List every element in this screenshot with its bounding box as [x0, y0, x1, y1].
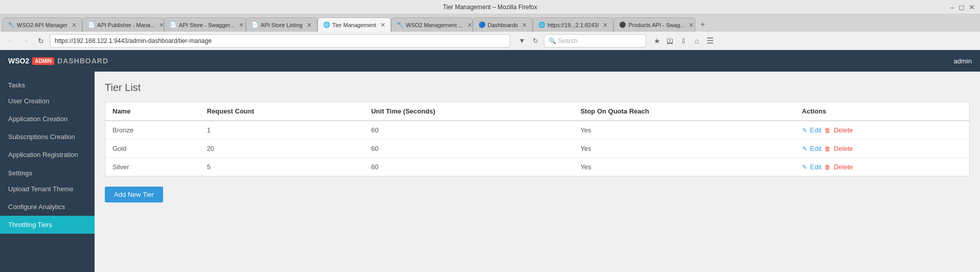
- sidebar-label-throttling-tiers: Throttling Tiers: [8, 221, 52, 229]
- tab-tiermgmt[interactable]: 🌐Tier Management✕: [317, 17, 391, 32]
- main-area: Tasks User Creation Application Creation…: [0, 72, 980, 272]
- sidebar-item-throttling-tiers[interactable]: Throttling Tiers: [0, 216, 95, 234]
- sidebar-item-application-creation[interactable]: Application Creation: [0, 110, 95, 128]
- sidebar-item-configure-analytics[interactable]: Configure Analytics: [0, 198, 95, 216]
- back-button[interactable]: ←: [4, 35, 16, 47]
- tab-close-tab-tiermgmt[interactable]: ✕: [380, 21, 385, 29]
- tab-close-tab-publisher[interactable]: ✕: [159, 21, 164, 29]
- table-row: Bronze 1 60 Yes ✎ Edit 🗑 Delete: [105, 121, 969, 140]
- cell-stop-on-quota-2: Yes: [573, 158, 794, 176]
- tab-https[interactable]: 🌐https://19...2.1:8243/✕: [533, 17, 613, 32]
- cell-name-1: Gold: [105, 140, 200, 158]
- tab-label-tab-https: https://19...2.1:8243/: [548, 22, 599, 28]
- tab-close-tab-storelisting[interactable]: ✕: [307, 21, 312, 29]
- download-icon[interactable]: ⇩: [678, 35, 689, 47]
- settings-section-label: Settings: [0, 164, 95, 180]
- tab-icon-tab-dashboards: 🔵: [478, 21, 486, 28]
- edit-link-1[interactable]: Edit: [810, 145, 822, 152]
- tab-close-tab-productsapi[interactable]: ✕: [689, 21, 694, 29]
- col-header-actions: Actions: [795, 102, 969, 121]
- restore-icon[interactable]: ◻: [959, 3, 965, 11]
- col-header-stop-on-quota: Stop On Quota Reach: [573, 102, 794, 121]
- tab-close-tab-wso2mgmt[interactable]: ✕: [467, 21, 472, 29]
- sidebar-label-user-creation: User Creation: [8, 97, 49, 105]
- tab-productsapi[interactable]: ⚫Products API - Swag...✕: [613, 17, 695, 32]
- tab-icon-tab-swagger1: 📄: [170, 21, 177, 28]
- forward-button[interactable]: →: [19, 35, 32, 47]
- search-placeholder: Search: [558, 37, 577, 44]
- sidebar: Tasks User Creation Application Creation…: [0, 72, 95, 272]
- tab-close-tab-wso2api[interactable]: ✕: [72, 21, 77, 29]
- cell-actions-0: ✎ Edit 🗑 Delete: [795, 121, 969, 140]
- home-icon[interactable]: ⌂: [691, 35, 702, 47]
- browser-toolbar-icons: ★ 🕮 ⇩ ⌂ ☰: [651, 35, 716, 47]
- tab-label-tab-dashboards: Dashboards: [488, 22, 518, 28]
- sidebar-label-configure-analytics: Configure Analytics: [8, 203, 65, 211]
- delete-link-0[interactable]: Delete: [834, 126, 853, 134]
- tab-wso2api[interactable]: 🔧WSO2 API Manager✕: [2, 17, 82, 32]
- tab-storelisting[interactable]: 📄API Store Listing✕: [246, 17, 317, 32]
- app-wrapper: WSO2 ADMIN DASHBOARD admin Tasks User Cr…: [0, 50, 980, 272]
- sidebar-label-application-registration: Application Registration: [8, 151, 78, 158]
- tab-icon-tab-storelisting: 📄: [252, 21, 259, 28]
- cell-unit-time-0: 60: [364, 121, 573, 140]
- top-bar: WSO2 ADMIN DASHBOARD admin: [0, 50, 980, 72]
- reload-button[interactable]: ↻: [35, 35, 47, 47]
- cell-request-count-2: 5: [200, 158, 364, 176]
- delete-link-1[interactable]: Delete: [834, 145, 853, 152]
- address-bar: ← → ↻ https://192.168.122.1:9443/admin-d…: [0, 32, 980, 50]
- sidebar-label-subscriptions-creation: Subscriptions Creation: [8, 133, 75, 141]
- tab-publisher[interactable]: 📄API Publisher - Mana...✕: [82, 17, 164, 32]
- browser-search-bar[interactable]: 🔍 Search: [544, 34, 646, 48]
- sidebar-item-application-registration[interactable]: Application Registration: [0, 146, 95, 164]
- sidebar-item-subscriptions-creation[interactable]: Subscriptions Creation: [0, 128, 95, 146]
- tab-dashboards[interactable]: 🔵Dashboards✕: [473, 17, 533, 32]
- tab-close-tab-dashboards[interactable]: ✕: [522, 21, 527, 29]
- close-window-icon[interactable]: ✕: [969, 3, 975, 11]
- new-tab-button[interactable]: +: [695, 17, 710, 32]
- tab-close-tab-swagger1[interactable]: ✕: [239, 21, 244, 29]
- add-new-tier-button[interactable]: Add New Tier: [105, 187, 163, 202]
- tab-label-tab-tiermgmt: Tier Management: [332, 22, 376, 28]
- sidebar-label-upload-tenant-theme: Upload Tenant Theme: [8, 185, 73, 193]
- tab-swagger1[interactable]: 📄API Store - Swagger...✕: [164, 17, 246, 32]
- tier-table: Name Request Count Unit Time (Seconds) S…: [105, 102, 969, 176]
- bookmarks-icon[interactable]: 🕮: [665, 35, 676, 47]
- tab-label-tab-storelisting: API Store Listing: [261, 22, 303, 28]
- url-refresh-icon[interactable]: ↻: [530, 35, 541, 47]
- logo-badge: ADMIN: [32, 57, 54, 65]
- content-area: Tier List Name Request Count Unit Time (…: [95, 72, 980, 272]
- delete-link-2[interactable]: Delete: [834, 163, 853, 171]
- menu-icon[interactable]: ☰: [704, 35, 716, 47]
- edit-icon-1: ✎: [802, 145, 807, 152]
- browser-window-controls[interactable]: – ◻ ✕: [950, 3, 975, 11]
- url-dropdown-icon[interactable]: ▼: [516, 35, 528, 47]
- url-text: https://192.168.122.1:9443/admin-dashboa…: [55, 37, 212, 44]
- logo-area: WSO2 ADMIN DASHBOARD: [8, 57, 108, 65]
- tier-table-header: Name Request Count Unit Time (Seconds) S…: [105, 102, 969, 121]
- col-header-name: Name: [105, 102, 200, 121]
- minimize-icon[interactable]: –: [950, 3, 954, 11]
- edit-link-0[interactable]: Edit: [810, 126, 822, 134]
- url-extra-controls: ▼ ↻: [516, 35, 541, 47]
- sidebar-label-application-creation: Application Creation: [8, 115, 67, 123]
- cell-request-count-1: 20: [200, 140, 364, 158]
- tab-icon-tab-publisher: 📄: [88, 21, 95, 28]
- col-header-request-count: Request Count: [200, 102, 364, 121]
- tab-close-tab-https[interactable]: ✕: [603, 21, 608, 29]
- tab-icon-tab-wso2api: 🔧: [8, 21, 15, 28]
- delete-icon-1: 🗑: [825, 145, 831, 152]
- cell-name-0: Bronze: [105, 121, 200, 140]
- search-icon: 🔍: [549, 37, 556, 44]
- tab-wso2mgmt[interactable]: 🔧WSO2 Management ...✕: [391, 17, 473, 32]
- delete-icon-0: 🗑: [825, 127, 831, 134]
- tab-label-tab-publisher: API Publisher - Mana...: [97, 22, 155, 28]
- url-input[interactable]: https://192.168.122.1:9443/admin-dashboa…: [50, 34, 510, 48]
- sidebar-item-upload-tenant-theme[interactable]: Upload Tenant Theme: [0, 180, 95, 198]
- bookmark-star-icon[interactable]: ★: [651, 35, 663, 47]
- browser-title: Tier Management – Mozilla Firefox: [443, 4, 537, 11]
- sidebar-item-user-creation[interactable]: User Creation: [0, 92, 95, 110]
- tab-label-tab-wso2mgmt: WSO2 Management ...: [406, 22, 463, 28]
- tab-label-tab-swagger1: API Store - Swagger...: [179, 22, 235, 28]
- edit-link-2[interactable]: Edit: [810, 163, 822, 171]
